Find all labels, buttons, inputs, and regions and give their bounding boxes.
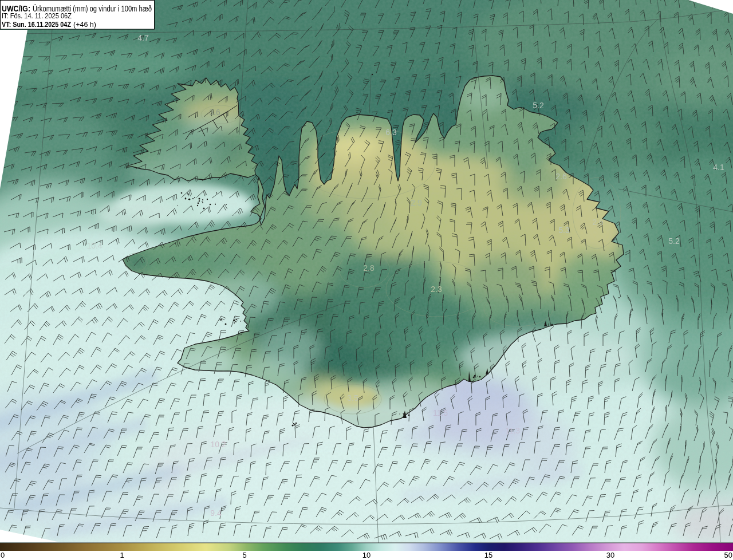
svg-text:15: 15 [484,551,492,559]
svg-text:50: 50 [724,551,732,559]
svg-text:1: 1 [120,551,124,559]
svg-text:IT: Fös. 14. 11. 2025 06Z: IT: Fös. 14. 11. 2025 06Z [2,12,72,20]
svg-text:10: 10 [362,551,371,559]
svg-text:VT: Sun. 16.11.2025 04Z: VT: Sun. 16.11.2025 04Z [2,21,71,29]
svg-text:(+46 h): (+46 h) [73,21,96,29]
svg-text:30: 30 [606,551,614,559]
svg-text:5: 5 [242,551,246,559]
svg-text:0: 0 [1,551,5,559]
